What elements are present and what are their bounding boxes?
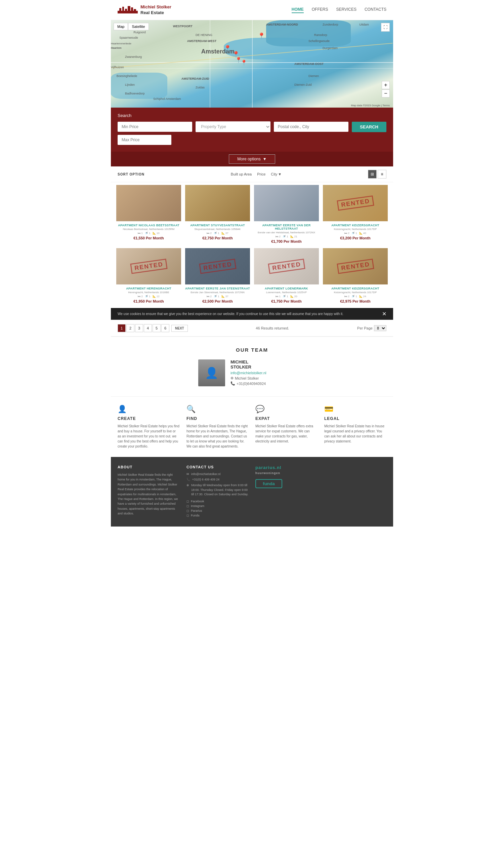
search-row-2 [118, 135, 386, 145]
logo-text: Michiel StolkerReal Estate [141, 4, 172, 16]
grid-view-btn[interactable]: ⊞ [368, 170, 377, 178]
more-options-bar: More options ▼ [111, 152, 393, 167]
property-image[interactable]: RENTED [323, 248, 388, 284]
footer-hours: ⊕Monday till Wednesday open from 9:00 ti… [186, 483, 249, 497]
feature-icon: 👤 [118, 405, 180, 414]
team-social: ⊕ Michiel Stolker [231, 376, 267, 380]
property-price: €2,975 Per Month [323, 299, 388, 303]
feature-text: Michiel Stolker Real Estate has in house… [324, 424, 386, 444]
property-address: Keizersgracht, Netherlands 1017DP [323, 228, 388, 231]
map-attribution: Map data ©2023 Google | Terms [351, 104, 390, 107]
min-price-input[interactable] [118, 122, 192, 132]
nav-offers[interactable]: OFFERS [312, 7, 328, 13]
sort-label: SORT OPTION [118, 173, 144, 176]
map-pin-2[interactable]: 📍 [224, 45, 231, 52]
view-toggle: ⊞ ≡ [368, 170, 386, 178]
nav-services[interactable]: SERVICES [336, 7, 356, 13]
footer-pararius: pararius.nl huurwoningen funda [255, 465, 318, 519]
feature-title: LEGAL [324, 416, 386, 421]
footer-social-link[interactable]: ◻Facebook [186, 500, 249, 503]
page-btn[interactable]: 2 [126, 324, 134, 332]
pages: 123456NEXT [118, 324, 188, 332]
page-btn[interactable]: 4 [144, 324, 152, 332]
footer-contact-title: CONTACT US [186, 465, 249, 469]
per-page-select[interactable]: 8 [374, 325, 386, 331]
nav-contacts[interactable]: CONTACTS [364, 7, 386, 13]
cookie-close-btn[interactable]: ✕ [382, 311, 386, 317]
property-meta: 🛏 2🚿 1📐 40 [323, 232, 388, 235]
property-address: Herengracht, Netherlands 1016BE [116, 291, 181, 294]
map-pin-1[interactable]: 📍 [258, 32, 265, 40]
feature-item: 🔍 FIND Michiel Stolker Real Estate finds… [186, 405, 249, 449]
property-address: Loenermark, Netherlands 1025VP [254, 291, 319, 294]
satellite-btn[interactable]: Satellite [128, 23, 148, 30]
property-image[interactable] [254, 185, 319, 221]
footer-social-link[interactable]: ◻Funda [186, 514, 249, 517]
svg-rect-2 [122, 7, 124, 11]
property-title: APARTMENT NICOLAAS BEETSSTRAAT [116, 224, 181, 227]
sort-built-up[interactable]: Built up Area [231, 172, 252, 176]
search-row-1: Property Type SEARCH [118, 121, 386, 132]
page-btn[interactable]: 1 [118, 324, 126, 332]
map-btn[interactable]: Map [113, 23, 128, 30]
svg-rect-3 [125, 9, 127, 11]
feature-text: Michiel Stolker Real Estate helps you fi… [118, 424, 180, 449]
footer-about-text: Michiel Stolker Real Estate finds the ri… [118, 472, 180, 516]
search-btn[interactable]: SEARCH [352, 122, 386, 132]
sort-price[interactable]: Price [257, 172, 266, 176]
footer-phone: 📞+31(0) 6 409 409 24 [186, 478, 249, 481]
more-options-icon: ▼ [263, 157, 267, 161]
team-phone: 📞 +31(0)640940924 [231, 381, 267, 386]
property-image[interactable]: RENTED [116, 248, 181, 284]
property-image[interactable] [185, 185, 250, 221]
property-price: €1,550 Per Month [116, 236, 181, 240]
page-btn[interactable]: 5 [152, 324, 161, 332]
map-pin-5[interactable]: 📍 [240, 59, 247, 66]
property-type-select[interactable]: Property Type [196, 121, 270, 132]
max-price-input[interactable] [118, 135, 172, 145]
property-card: RENTED APARTMENT KEIZERSGRACHT Keizersgr… [321, 185, 390, 248]
property-address: Eerste van der Helststraat, Netherlands … [254, 231, 319, 234]
team-email: info@michielstolker.nl [231, 371, 267, 375]
list-view-btn[interactable]: ≡ [378, 170, 386, 178]
property-title: APARTMENT EERSTE JAN STEENSTRAAT [185, 287, 250, 290]
fullscreen-btn[interactable]: ⛶ [381, 23, 390, 32]
property-image[interactable] [116, 185, 181, 221]
footer-about-title: ABOUT [118, 465, 180, 469]
feature-title: FIND [186, 416, 249, 421]
page-btn[interactable]: 6 [161, 324, 169, 332]
feature-text: Michiel Stolker Real Estate offers extra… [255, 424, 318, 444]
page-btn[interactable]: 3 [135, 324, 143, 332]
header: Michiel StolkerReal Estate HOME OFFERS S… [111, 0, 393, 20]
property-image[interactable]: RENTED [254, 248, 319, 284]
property-price: €1,950 Per Month [116, 299, 181, 303]
property-price: €2,750 Per Month [185, 236, 250, 240]
nav-home[interactable]: HOME [292, 7, 304, 13]
footer-social-link[interactable]: ◻Pararius [186, 509, 249, 512]
map-zoom-controls: + − [382, 81, 390, 98]
cookie-text: We use cookies to ensure that we give yo… [118, 312, 377, 316]
sort-bar: SORT OPTION Built up Area Price City ▼ ⊞… [111, 167, 393, 182]
property-title: APARTMENT KEIZERSGRACHT [323, 224, 388, 227]
svg-rect-5 [131, 7, 133, 11]
next-page-btn[interactable]: NEXT [172, 325, 188, 332]
more-options-btn[interactable]: More options ▼ [229, 154, 275, 164]
property-meta: 🛏 1🚿 1📐 10 [116, 232, 181, 235]
property-image[interactable]: RENTED [185, 248, 250, 284]
sort-options: Built up Area Price City ▼ [231, 172, 282, 176]
feature-text: Michiel Stolker Real Estate finds the ri… [186, 424, 249, 449]
postal-input[interactable] [274, 122, 348, 132]
sort-city[interactable]: City ▼ [271, 172, 282, 176]
footer-social-link[interactable]: ◻Instagram [186, 504, 249, 508]
pagination-row: 123456NEXT46 Results returned.Per Page 8 [111, 320, 393, 336]
zoom-out-btn[interactable]: − [382, 89, 390, 98]
zoom-in-btn[interactable]: + [382, 81, 390, 89]
svg-rect-6 [134, 9, 136, 11]
property-price: €1,700 Per Month [254, 239, 319, 243]
property-image[interactable]: RENTED [323, 185, 388, 221]
pararius-logo: pararius.nl huurwoningen [255, 465, 318, 475]
property-price: €3,200 Per Month [323, 236, 388, 240]
property-grid: APARTMENT NICOLAAS BEETSSTRAAT Nicolaas … [111, 182, 393, 308]
team-section: OUR TEAM 👤 MICHIEL STOLKER info@michiels… [111, 336, 393, 396]
property-title: APARTMENT STUYVESANTSTRAAT [185, 224, 250, 227]
